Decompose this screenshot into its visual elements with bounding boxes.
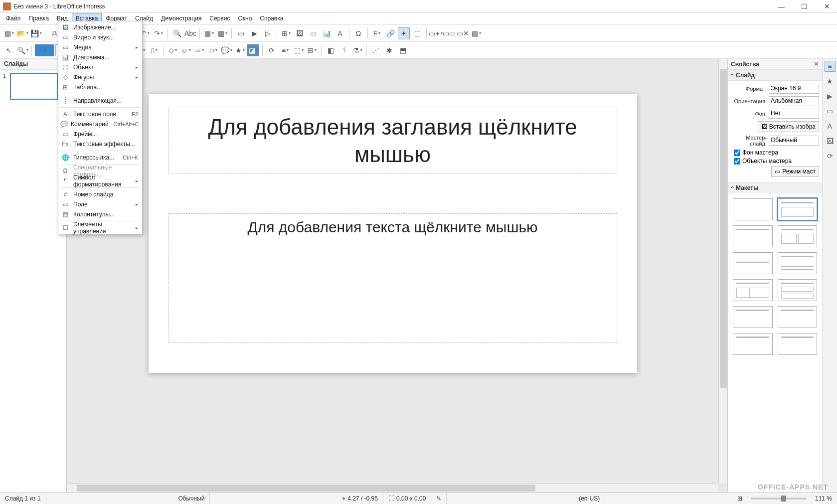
stars-button[interactable]: ★ [234, 44, 246, 56]
menu-tools[interactable]: Сервис [205, 13, 234, 24]
rotate-button[interactable]: ⟳ [266, 44, 278, 56]
shadow-button[interactable]: ◧ [325, 44, 336, 56]
title-placeholder[interactable]: Для добавления заглавия щёлкните мышью [168, 108, 617, 173]
insert-specialchar-button[interactable]: Ω [352, 27, 364, 39]
spellcheck-button[interactable]: Abc [184, 27, 196, 39]
minimize-button[interactable]: — [774, 2, 788, 10]
insert-image-button[interactable]: 🖼 Вставить изобра [758, 121, 819, 132]
zoom-tool[interactable]: 🔍 [16, 44, 28, 56]
sidebar-tab-styles[interactable]: A [825, 121, 836, 132]
sidebar-tab-properties[interactable]: ≡ [825, 61, 836, 72]
format-select[interactable]: Экран 16:9 [769, 84, 819, 94]
sidebar-tab-navigator[interactable]: ⟳ [825, 151, 836, 162]
insert-image-button[interactable]: 🖼 [294, 27, 306, 39]
menu-edit[interactable]: Правка [25, 13, 53, 24]
canvas-viewport[interactable]: Для добавления заглавия щёлкните мышью Д… [67, 59, 718, 483]
insert-menu-item-18[interactable]: ¶Символ форматирования▸ [58, 176, 142, 186]
layout-title-1x2[interactable] [778, 306, 818, 328]
layout-six-content[interactable] [778, 333, 818, 355]
insert-menu-item-24[interactable]: ☐Элементы управления▸ [58, 223, 142, 233]
crop-button[interactable]: ⟟ [338, 44, 350, 56]
master-bg-checkbox[interactable] [734, 150, 740, 156]
filter-button[interactable]: ⚗ [351, 44, 363, 56]
insert-menu-item-6[interactable]: ⊞Таблица... [58, 82, 142, 92]
start-current-button[interactable]: ▷ [262, 27, 274, 39]
insert-menu-item-11[interactable]: 💬КомментарийCtrl+Alt+C [58, 119, 142, 129]
layout-four-content[interactable] [733, 333, 773, 355]
insert-menu-item-2[interactable]: ▭Медиа▸ [58, 42, 142, 52]
menu-file[interactable]: Файл [2, 13, 25, 24]
display-grid-button[interactable]: ▦ [203, 27, 215, 39]
insert-menu-item-8[interactable]: ┊Направляющая... [58, 96, 142, 106]
save-button[interactable]: 💾 [30, 27, 42, 39]
insert-menu-item-4[interactable]: ⬚Объект▸ [58, 62, 142, 72]
insert-menu-item-21[interactable]: ▭Поле▸ [58, 199, 142, 209]
menu-slideshow[interactable]: Демонстрация [157, 13, 205, 24]
delete-slide-button[interactable]: ▭✕ [457, 27, 469, 39]
insert-menu-item-10[interactable]: AТекстовое полеF2 [58, 109, 142, 119]
master-obj-checkbox[interactable] [734, 158, 740, 165]
layout-two-content[interactable] [778, 225, 818, 247]
insert-menu-item-22[interactable]: ▤Колонтитулы... [58, 209, 142, 219]
points-button[interactable]: ⋰ [370, 44, 382, 56]
layout-title-2x1[interactable] [733, 306, 773, 328]
layout-title-two-lines[interactable] [778, 252, 818, 274]
basic-shapes-button[interactable]: ◇ [167, 44, 178, 56]
sidebar-tab-animation[interactable]: ▶ [825, 91, 836, 102]
vertical-scrollbar[interactable] [718, 59, 727, 483]
status-sig[interactable]: ✎ [431, 493, 447, 504]
layouts-section-header[interactable]: Макеты [728, 182, 822, 193]
sidebar-tab-slide-transition[interactable]: ★ [825, 76, 836, 87]
insert-menu-item-1[interactable]: ▭Видео и звук... [58, 32, 142, 42]
callouts-button[interactable]: 💬 [220, 44, 232, 56]
insert-chart-button[interactable]: 📊 [321, 27, 333, 39]
layout-title-content[interactable] [778, 198, 818, 220]
layout-centered[interactable] [733, 252, 773, 274]
status-fit[interactable]: ⊞ [732, 493, 747, 504]
distribute-button[interactable]: ⊟ [306, 44, 318, 56]
status-lang[interactable]: (en-US) [574, 493, 605, 504]
horizontal-scrollbar[interactable] [67, 483, 718, 492]
extrusion-button[interactable]: ⬒ [397, 44, 409, 56]
insert-menu-item-3[interactable]: 📊Диаграмма... [58, 52, 142, 62]
body-placeholder[interactable]: Для добавления текста щёлкните мышью [168, 213, 617, 343]
layout-title-only[interactable] [733, 225, 773, 247]
master-slide-select[interactable]: Обычный [769, 136, 819, 146]
align-button[interactable]: ≡ [279, 44, 291, 56]
slide-layout-button[interactable]: ▤ [470, 27, 482, 39]
slide-thumb-1[interactable]: 1 [3, 73, 63, 100]
symbol-shapes-button[interactable]: ☺ [180, 44, 192, 56]
3d-button[interactable]: ◪ [247, 44, 259, 56]
slide-edit[interactable]: Для добавления заглавия щёлкните мышью Д… [149, 94, 637, 373]
scroll-thumb[interactable] [720, 69, 727, 388]
insert-menu-item-12[interactable]: ▭Фрейм... [58, 129, 142, 139]
select-tool[interactable]: ↖ [3, 44, 15, 56]
orientation-select[interactable]: Альбомная [769, 96, 819, 106]
zoom-slider[interactable] [751, 498, 806, 500]
master-mode-button[interactable]: ▭ Режим маст [771, 166, 819, 177]
menu-help[interactable]: Справка [256, 13, 287, 24]
insert-menu-item-15[interactable]: 🌐Гиперссылка...Ctrl+K [58, 153, 142, 163]
insert-menu-item-13[interactable]: FxТекстовые эффекты... [58, 139, 142, 149]
insert-av-button[interactable]: ▭ [307, 27, 319, 39]
start-first-button[interactable]: ▶ [248, 27, 260, 39]
close-button[interactable]: ✕ [820, 2, 834, 10]
sidebar-tab-master[interactable]: ▭ [825, 106, 836, 117]
scroll-thumb[interactable] [77, 485, 535, 492]
insert-table-button[interactable]: ⊞ [280, 27, 292, 39]
find-button[interactable]: 🔍 [171, 27, 183, 39]
new-slide-button[interactable]: ▭+ [430, 27, 442, 39]
arrange-button[interactable]: ⬚ [293, 44, 305, 56]
fontwork-button[interactable]: F [371, 27, 383, 39]
open-button[interactable]: 📂 [16, 27, 28, 39]
layout-three-content[interactable] [778, 279, 818, 301]
slide-section-header[interactable]: Слайд [728, 70, 822, 81]
line-color-button[interactable] [35, 44, 54, 56]
insert-menu-item-0[interactable]: 🖼Изображение... [58, 22, 142, 32]
insert-textbox-button[interactable]: A [334, 27, 346, 39]
display-views-button[interactable]: ▥ [216, 27, 228, 39]
redo-button[interactable]: ↷ [153, 27, 165, 39]
glue-button[interactable]: ✱ [383, 44, 395, 56]
layout-blank[interactable] [733, 198, 773, 220]
flowchart-button[interactable]: ▱ [207, 44, 219, 56]
